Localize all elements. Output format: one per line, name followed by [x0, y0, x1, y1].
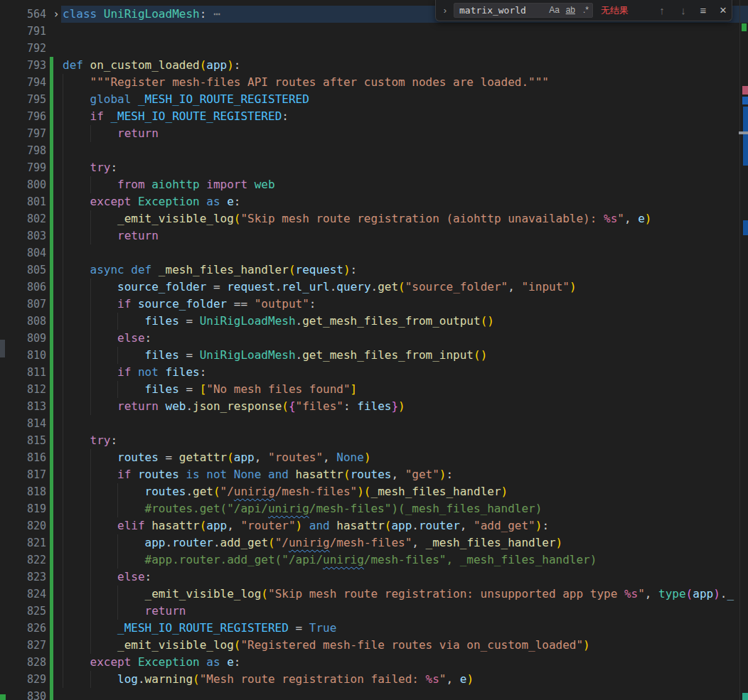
code-text: if source_folder == "output": [63, 296, 316, 313]
code-text: else: [63, 330, 151, 347]
code-line: 806 source_folder = request.rel_url.quer… [0, 279, 748, 296]
line-number: 792 [0, 40, 46, 57]
code-line: 802 _emit_visible_log("Skip mesh route r… [0, 210, 748, 227]
git-added-mark [742, 23, 747, 31]
code-line: 807 if source_folder == "output": [0, 296, 748, 313]
line-number: 823 [0, 569, 46, 586]
code-text: elif hasattr(app, "router") and hasattr(… [63, 517, 549, 534]
line-number: 808 [0, 313, 46, 330]
code-line: 825 return [0, 603, 748, 620]
code-line: 799 try: [0, 159, 748, 176]
search-input[interactable]: matrix_world Aa ab .* [454, 3, 593, 18]
code-line: 796 if _MESH_IO_ROUTE_REGISTERED: [0, 108, 748, 125]
line-number: 805 [0, 262, 46, 279]
code-line: 814 [0, 415, 748, 432]
search-query-text: matrix_world [459, 4, 526, 17]
line-number: 826 [0, 620, 46, 637]
code-text: #app.router.add_get("/api/unirig/mesh-fi… [63, 551, 597, 569]
code-line: 811 if not files: [0, 364, 748, 381]
code-text: routes.get("/unirig/mesh-files")(_mesh_f… [63, 483, 508, 500]
code-text: async def _mesh_files_handler(request): [63, 262, 357, 279]
line-number: 795 [0, 91, 46, 108]
code-text: except Exception as e: [63, 654, 240, 671]
code-text: routes = getattr(app, "routes", None) [63, 449, 371, 466]
code-editor: 563 › 564class UniRigLoadMesh: ⋯79179279… [0, 0, 748, 700]
line-number: 802 [0, 210, 46, 227]
line-number: 564 [0, 6, 46, 23]
line-number: 830 [0, 688, 46, 700]
code-line: 816 routes = getattr(app, "routes", None… [0, 449, 748, 466]
next-match-button[interactable]: ↓ [675, 0, 692, 21]
overview-ruler-border [739, 0, 740, 700]
code-text: return web.json_response({"files": files… [63, 398, 405, 415]
warning-mark [742, 86, 748, 95]
code-line: 815 try: [0, 432, 748, 449]
code-text: else: [63, 569, 151, 586]
code-text: return [63, 227, 159, 244]
regex-toggle[interactable]: .* [583, 4, 589, 17]
code-line: 793def on_custom_loaded(app): [0, 57, 748, 74]
code-text: class UniRigLoadMesh: ⋯ [63, 6, 220, 23]
code-line: 805 async def _mesh_files_handler(reques… [0, 262, 748, 279]
line-number: 828 [0, 654, 46, 671]
code-text: app.router.add_get("/unirig/mesh-files",… [63, 534, 562, 551]
code-text: _emit_visible_log("Skip mesh route regis… [63, 586, 734, 603]
line-number: 815 [0, 432, 46, 449]
line-number: 798 [0, 142, 46, 159]
match-case-toggle[interactable]: Aa [549, 4, 560, 17]
indent-guide [63, 415, 63, 432]
code-text: files = UniRigLoadMesh.get_mesh_files_fr… [63, 313, 494, 330]
line-number: 806 [0, 279, 46, 296]
code-line: 824 _emit_visible_log("Skip mesh route r… [0, 586, 748, 603]
code-line: 818 routes.get("/unirig/mesh-files")(_me… [0, 483, 748, 500]
line-number: 803 [0, 227, 46, 244]
indent-guide [63, 142, 63, 159]
code-text: def on_custom_loaded(app): [63, 57, 240, 74]
info-mark [743, 220, 748, 235]
code-line: 798 [0, 142, 748, 159]
code-line: 809 else: [0, 330, 748, 347]
code-line: 791 [0, 23, 748, 40]
code-line: 794 """Register mesh-files API routes af… [0, 74, 748, 91]
code-line: 804 [0, 244, 748, 262]
code-line: 795 global _MESH_IO_ROUTE_REGISTERED [0, 91, 748, 108]
code-text: _emit_visible_log("Skip mesh route regis… [63, 210, 651, 227]
code-line: 801 except Exception as e: [0, 193, 748, 210]
code-line: 827 _emit_visible_log("Registered mesh-f… [0, 637, 748, 654]
code-text: return [63, 125, 159, 142]
code-line: 829 log.warning("Mesh route registration… [0, 671, 748, 688]
code-text: log.warning("Mesh route registration fai… [63, 671, 474, 688]
toggle-replace-chevron-icon[interactable]: › [439, 0, 452, 21]
code-text: except Exception as e: [63, 193, 240, 210]
line-number: 825 [0, 603, 46, 620]
code-text: from aiohttp import web [63, 176, 275, 193]
find-in-selection-button[interactable]: ≡ [695, 0, 712, 21]
line-number: 797 [0, 125, 46, 142]
line-number: 809 [0, 330, 46, 347]
line-number: 818 [0, 483, 46, 500]
left-scrollbar-slider[interactable] [0, 340, 5, 357]
git-added-mark [0, 694, 6, 700]
line-number: 816 [0, 449, 46, 466]
line-number: 811 [0, 364, 46, 381]
code-text: try: [63, 432, 117, 449]
line-number: 800 [0, 176, 46, 193]
code-text: if not files: [63, 364, 206, 381]
code-text: global _MESH_IO_ROUTE_REGISTERED [63, 91, 309, 108]
code-text: try: [63, 159, 117, 176]
code-line: 800 from aiohttp import web [0, 176, 748, 193]
line-number: 817 [0, 466, 46, 483]
code-text: """Register mesh-files API routes after … [63, 74, 549, 91]
previous-match-button[interactable]: ↑ [653, 0, 670, 21]
line-number: 807 [0, 296, 46, 313]
line-number: 801 [0, 193, 46, 210]
code-text: _MESH_IO_ROUTE_REGISTERED = True [63, 620, 336, 637]
whole-word-toggle[interactable]: ab [566, 4, 575, 17]
line-number: 820 [0, 517, 46, 534]
line-number: 821 [0, 534, 46, 551]
close-icon[interactable]: ✕ [715, 0, 732, 21]
line-number: 799 [0, 159, 46, 176]
code-text: if routes is not None and hasattr(routes… [63, 466, 453, 483]
code-line: 803 return [0, 227, 748, 244]
code-line: 830 [0, 688, 748, 700]
